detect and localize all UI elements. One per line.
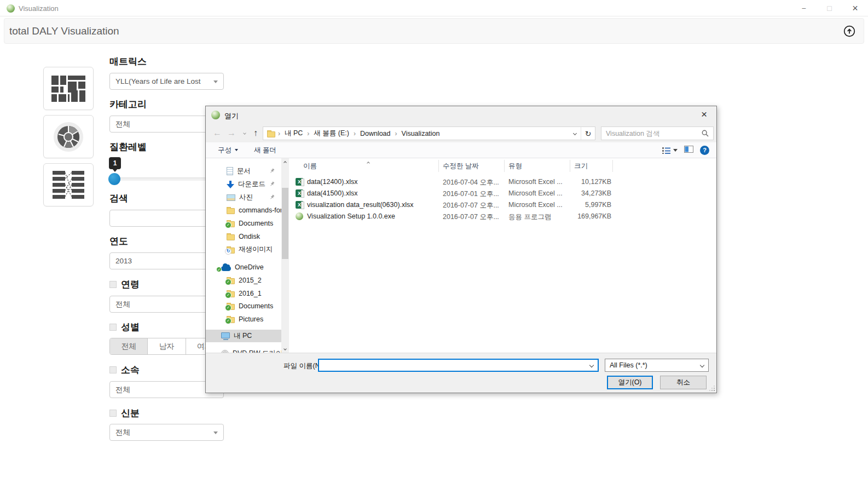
- sidebar-item-commands-for[interactable]: commands-for-: [206, 204, 281, 216]
- excel-file-icon: [296, 201, 303, 209]
- dialog-toolbar: 구성 새 폴더: [206, 142, 716, 158]
- breadcrumb-item[interactable]: Visualization: [400, 130, 442, 137]
- sidebar-item-onedrive[interactable]: OneDrive: [206, 261, 281, 273]
- scroll-down-icon[interactable]: [281, 344, 289, 353]
- sidebar-item-my-pc[interactable]: 내 PC: [206, 330, 281, 342]
- sidebar-scrollbar[interactable]: [281, 158, 289, 353]
- close-icon[interactable]: [842, 0, 868, 16]
- sidebar-item-documents-kr[interactable]: 문서: [206, 165, 281, 177]
- forward-icon[interactable]: [225, 126, 238, 140]
- chevron-down-icon[interactable]: [589, 363, 594, 367]
- document-icon: [227, 167, 233, 175]
- preview-pane-button[interactable]: [684, 145, 693, 155]
- sort-ascending-icon: [367, 158, 369, 166]
- minimize-icon[interactable]: [791, 0, 817, 16]
- sunburst-chart-button[interactable]: [43, 115, 94, 158]
- refresh-icon[interactable]: [581, 127, 595, 140]
- search-icon[interactable]: [702, 130, 709, 137]
- window-title: Visualization: [19, 4, 59, 13]
- dialog-footer: 파일 이름(N): All Files (*.*) 열기(O) 취소: [206, 353, 716, 393]
- chevron-down-icon: [213, 80, 218, 83]
- filetype-select[interactable]: All Files (*.*): [605, 359, 709, 372]
- sidebar-item-onedrive-documents[interactable]: Documents: [206, 300, 281, 312]
- open-button[interactable]: 열기(O): [607, 376, 653, 389]
- column-header-type[interactable]: 유형: [508, 162, 522, 171]
- address-bar[interactable]: 내 PC 새 볼륨 (E:) Download Visualization: [263, 126, 595, 140]
- file-row[interactable]: visualization data_result(0630).xlsx 201…: [289, 199, 716, 211]
- address-dropdown-icon[interactable]: [569, 132, 581, 135]
- chevron-down-icon: [700, 363, 704, 367]
- open-dialog: 열기 내 PC 새 볼륨 (E:) Download Visualization…: [205, 106, 717, 393]
- sidebar-item-pictures-kr[interactable]: 사진: [206, 191, 281, 204]
- organize-menu[interactable]: 구성: [218, 142, 238, 158]
- window-controls: [791, 0, 868, 16]
- year-label: 연도: [109, 235, 128, 248]
- status-select[interactable]: 전체: [109, 424, 224, 441]
- breadcrumb-item[interactable]: Download: [358, 130, 392, 137]
- matrix-select[interactable]: YLL(Years of Life are Lost: [109, 73, 224, 90]
- breadcrumb-item[interactable]: 새 볼륨 (E:): [312, 129, 351, 138]
- gender-all-button[interactable]: 전체: [110, 338, 148, 354]
- file-row[interactable]: Visualization Setup 1.0.0.exe 2016-07-07…: [289, 211, 716, 222]
- filename-input[interactable]: [319, 361, 590, 369]
- history-chevron-icon[interactable]: [239, 126, 251, 140]
- sidebar-item-dvd-drive[interactable]: DVD RW 드라이브: [206, 347, 281, 353]
- breadcrumb-separator: [304, 130, 312, 137]
- status-label-row: 신분: [109, 407, 140, 419]
- sidebar-item-documents[interactable]: Documents: [206, 217, 281, 229]
- status-checkbox[interactable]: [109, 410, 117, 417]
- titlebar: Visualization: [0, 0, 868, 16]
- sidebar-item-downloads[interactable]: 다운로드: [206, 178, 281, 191]
- new-folder-button[interactable]: 새 폴더: [254, 142, 276, 158]
- sidebar-item-2016-1[interactable]: 2016_1: [206, 287, 281, 300]
- bipartite-chart-button[interactable]: [43, 163, 94, 206]
- scrollbar-thumb[interactable]: [282, 188, 288, 259]
- dialog-close-icon[interactable]: [692, 106, 716, 123]
- affiliation-checkbox[interactable]: [109, 366, 117, 373]
- filetype-value: All Files (*.*): [610, 361, 701, 369]
- organize-label: 구성: [218, 146, 232, 155]
- gender-checkbox[interactable]: [109, 324, 117, 331]
- computer-icon: [221, 332, 230, 338]
- change-view-button[interactable]: [662, 147, 678, 154]
- sidebar-item-playback-images[interactable]: 재생이미지: [206, 243, 281, 256]
- treemap-chart-button[interactable]: [43, 67, 94, 110]
- resize-grip[interactable]: [708, 384, 715, 391]
- gender-label: 성별: [121, 321, 140, 333]
- upload-icon[interactable]: [843, 25, 855, 37]
- sunburst-icon: [53, 121, 84, 153]
- file-row[interactable]: data(12400).xlsx 2016-07-04 오후... Micros…: [289, 176, 716, 188]
- up-icon[interactable]: [250, 126, 262, 140]
- slider-handle[interactable]: [108, 173, 120, 185]
- age-label: 연령: [121, 278, 140, 291]
- column-header-date[interactable]: 수정한 날짜: [443, 162, 479, 171]
- breadcrumb-separator: [392, 130, 400, 137]
- dialog-search-input[interactable]: [606, 130, 698, 137]
- status-value: 전체: [115, 428, 130, 438]
- excel-file-icon: [296, 189, 303, 197]
- sidebar-item-onedrive-pictures[interactable]: Pictures: [206, 313, 281, 325]
- age-checkbox[interactable]: [109, 281, 117, 288]
- folder-sync-icon: [227, 248, 235, 254]
- matrix-value: YLL(Years of Life are Lost: [115, 77, 201, 85]
- scroll-up-icon[interactable]: [281, 158, 289, 166]
- pin-icon: [268, 180, 276, 189]
- app-icon: [7, 4, 15, 13]
- cancel-button[interactable]: 취소: [660, 376, 707, 389]
- disease-level-label: 질환레벨: [109, 141, 147, 153]
- back-icon[interactable]: [211, 126, 223, 140]
- file-row[interactable]: data(41500).xlsx 2016-07-01 오후... Micros…: [289, 188, 716, 199]
- column-header-size[interactable]: 크기: [574, 162, 588, 171]
- folder-synced-icon: [227, 317, 235, 323]
- maximize-icon[interactable]: [817, 0, 842, 16]
- sidebar-item-2015-2[interactable]: 2015_2: [206, 274, 281, 286]
- gender-male-button[interactable]: 남자: [148, 338, 186, 354]
- help-icon[interactable]: [700, 146, 709, 155]
- chevron-down-icon: [213, 432, 218, 434]
- folder-icon: [267, 131, 275, 137]
- pin-icon: [268, 166, 276, 176]
- sidebar-item-ondisk[interactable]: Ondisk: [206, 230, 281, 243]
- breadcrumb-item[interactable]: 내 PC: [283, 129, 304, 138]
- filename-combobox: [318, 359, 599, 372]
- column-header-name[interactable]: 이름: [303, 162, 317, 171]
